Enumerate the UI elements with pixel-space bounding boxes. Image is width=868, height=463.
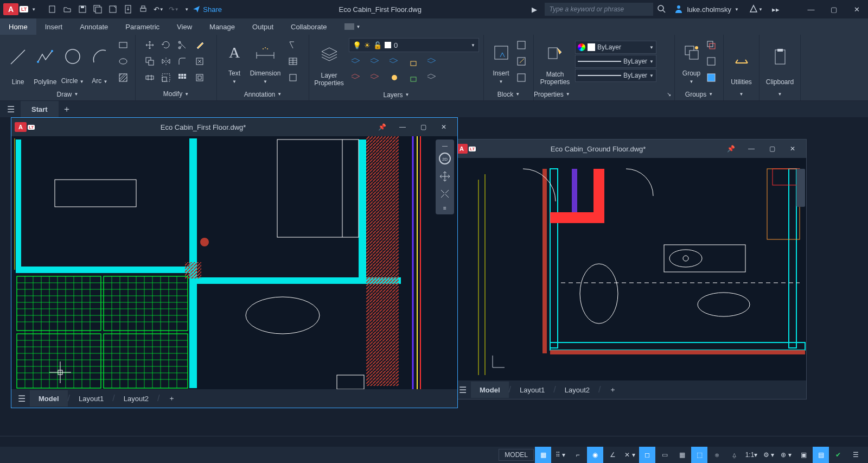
new-icon[interactable] <box>46 3 58 15</box>
properties-dialog-icon[interactable]: ↘ <box>667 91 671 97</box>
close-button[interactable]: ✕ <box>845 0 868 18</box>
status-selection-cycling-icon[interactable]: ⬚ <box>691 447 707 463</box>
search-icon[interactable] <box>653 4 669 15</box>
doc2-maximize-button[interactable]: ▢ <box>762 145 782 153</box>
status-annotation-scale-icon[interactable]: ⍙ <box>726 447 742 463</box>
hatch-icon[interactable] <box>116 70 131 85</box>
save-icon[interactable] <box>76 3 88 15</box>
minimize-button[interactable]: — <box>800 0 822 18</box>
doc1-tab-layout2[interactable]: Layout2 <box>115 390 157 407</box>
status-transparency-icon[interactable]: ▦ <box>674 447 690 463</box>
doc1-tab-layout1[interactable]: Layout1 <box>70 390 112 407</box>
group-edit-icon[interactable] <box>704 54 719 69</box>
tab-collaborate[interactable]: Collaborate <box>282 18 336 35</box>
share-button[interactable]: Share <box>192 5 222 14</box>
doc2-pin-icon[interactable]: 📌 <box>720 145 741 153</box>
nav-menu-icon[interactable]: ≡ <box>443 205 446 211</box>
arc-button[interactable]: Arc ▼ <box>86 37 113 86</box>
fillet-icon[interactable] <box>175 54 190 69</box>
status-quickprops-icon[interactable]: ▣ <box>795 447 812 463</box>
status-units-icon[interactable]: ⊕ ▾ <box>778 447 794 463</box>
clipboard-button[interactable]: Clipboard <box>765 37 795 86</box>
text-button[interactable]: A Text▼ <box>221 37 247 86</box>
utilities-button[interactable]: Utilities <box>728 37 755 86</box>
tab-featured-apps[interactable]: ▼ <box>336 18 369 35</box>
open-web-icon[interactable] <box>107 3 119 15</box>
doc2-tab-layout1[interactable]: Layout1 <box>511 382 553 398</box>
leader-icon[interactable] <box>285 37 301 53</box>
status-model-button[interactable]: MODEL <box>499 449 534 461</box>
command-line[interactable] <box>0 436 868 447</box>
doc1-minimize-button[interactable]: — <box>392 123 413 131</box>
insert-block-button[interactable]: Insert▼ <box>488 37 514 86</box>
copy-icon[interactable] <box>142 54 157 69</box>
tab-parametric[interactable]: Parametric <box>117 18 168 35</box>
hamburger-icon[interactable]: ☰ <box>3 104 18 115</box>
table-icon[interactable] <box>285 54 301 69</box>
qat-dropdown[interactable]: ▼ <box>183 7 190 12</box>
scale-icon[interactable] <box>158 70 174 85</box>
layer-uniso-icon[interactable] <box>368 70 383 85</box>
trim-icon[interactable] <box>175 37 190 53</box>
status-scale-button[interactable]: 1:1 ▾ <box>743 447 760 463</box>
edit-block-icon[interactable] <box>514 54 529 69</box>
color-dropdown[interactable]: ByLayer ▼ <box>575 41 656 54</box>
polyline-button[interactable]: Polyline <box>31 37 59 86</box>
nav-zoom-extents-icon[interactable] <box>439 188 451 202</box>
array-icon[interactable] <box>175 70 190 85</box>
circle-button[interactable]: Circle ▼ <box>59 37 86 86</box>
status-hardware-accel-icon[interactable]: ▤ <box>813 447 829 463</box>
doc2-minimize-button[interactable]: — <box>741 145 762 153</box>
move-icon[interactable] <box>142 37 157 53</box>
stretch-icon[interactable] <box>142 70 157 85</box>
layer-properties-button[interactable]: Layer Properties <box>314 38 344 87</box>
doc1-tab-model[interactable]: Model <box>30 390 68 407</box>
rotate-icon[interactable] <box>158 37 174 53</box>
erase-icon[interactable] <box>192 37 207 53</box>
status-isodraft-icon[interactable]: ∠ <box>604 447 621 463</box>
start-tab[interactable]: Start <box>21 101 59 117</box>
navigation-bar[interactable]: — 2D ≡ <box>436 139 454 214</box>
tab-insert[interactable]: Insert <box>36 18 72 35</box>
open-icon[interactable] <box>61 3 73 15</box>
doc1-pin-icon[interactable]: 📌 <box>372 123 392 131</box>
nav-wheel-icon[interactable]: 2D <box>438 152 451 167</box>
doc2-tab-layout2[interactable]: Layout2 <box>556 382 598 398</box>
doc2-tab-model[interactable]: Model <box>471 382 509 398</box>
layer-unlock-icon[interactable] <box>406 70 421 85</box>
group-button[interactable]: Group▼ <box>679 37 704 86</box>
line-button[interactable]: Line <box>4 37 31 86</box>
layer-dropdown[interactable]: 💡 ☀ 🔓 0 ▼ <box>349 38 479 52</box>
lineweight-dropdown[interactable]: ByLayer ▼ <box>575 55 656 68</box>
user-menu[interactable]: luke.cholmsky ▼ <box>674 4 739 15</box>
offset-icon[interactable] <box>192 70 207 85</box>
doc1-canvas[interactable]: — 2D ≡ <box>11 136 457 389</box>
app-menu-dropdown[interactable]: ▼ <box>30 7 37 12</box>
status-ortho-icon[interactable]: ⌐ <box>570 447 586 463</box>
doc2-titlebar[interactable]: ALT Eco Cabin_Ground Floor.dwg* 📌 — ▢ ✕ <box>452 139 806 158</box>
doc2-close-button[interactable]: ✕ <box>782 145 803 153</box>
undo-icon[interactable]: ↶▼ <box>152 3 164 15</box>
doc1-titlebar[interactable]: ALT Eco Cabin_First Floor.dwg* 📌 — ▢ ✕ <box>11 118 457 136</box>
layer-iso-icon[interactable] <box>368 54 383 69</box>
layer-off-icon[interactable] <box>349 54 364 69</box>
tab-view[interactable]: View <box>168 18 201 35</box>
doc1-tabs-menu-icon[interactable]: ☰ <box>14 394 30 404</box>
edit-attr-icon[interactable] <box>514 70 529 85</box>
search-input[interactable] <box>545 3 653 16</box>
layer-match-icon[interactable] <box>425 70 440 85</box>
nav-pan-icon[interactable] <box>439 170 451 185</box>
match-properties-button[interactable]: Match Properties <box>538 37 572 86</box>
save-all-icon[interactable] <box>92 3 104 15</box>
group-bbox-icon[interactable] <box>704 70 719 85</box>
tab-output[interactable]: Output <box>244 18 282 35</box>
tab-home[interactable]: Home <box>0 18 36 35</box>
status-snap-icon[interactable]: ⠿ ▾ <box>552 447 569 463</box>
doc2-canvas[interactable] <box>452 158 806 380</box>
doc2-scrollbar[interactable] <box>796 169 805 207</box>
print-icon[interactable] <box>137 3 149 15</box>
nav-collapse-icon[interactable]: — <box>442 143 448 149</box>
doc1-new-layout-button[interactable]: ＋ <box>159 390 184 407</box>
new-tab-button[interactable]: ＋ <box>59 104 75 115</box>
save-web-icon[interactable] <box>122 3 134 15</box>
